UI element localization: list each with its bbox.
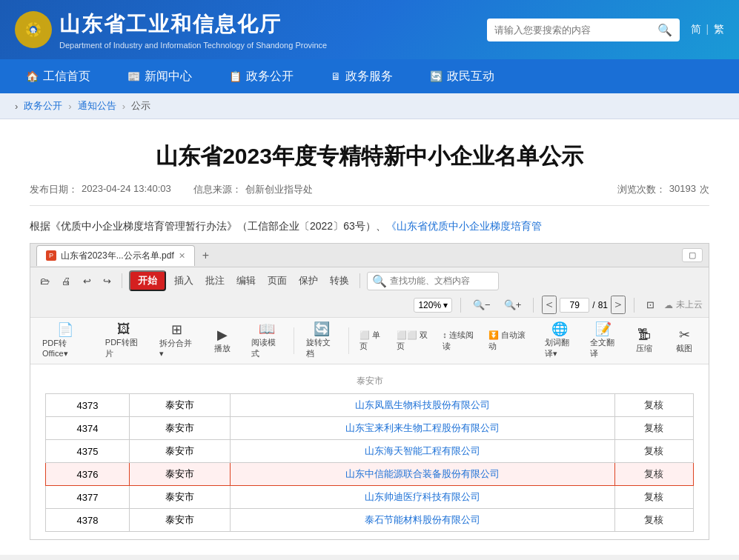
toolbar-redo[interactable]: ↪ xyxy=(99,273,115,289)
toolbar-start[interactable]: 开始 xyxy=(129,270,166,291)
toolbar-protect[interactable]: 保护 xyxy=(295,272,322,290)
toolbar-convert[interactable]: 转换 xyxy=(326,272,353,290)
nav-item-gov-service[interactable]: 🖥 政务服务 xyxy=(312,59,411,93)
nav-label-interaction: 政民互动 xyxy=(447,69,494,84)
publish-date: 2023-04-24 13:40:03 xyxy=(82,183,171,196)
toolbar-file[interactable]: 🗁 xyxy=(36,273,53,289)
nav-item-home[interactable]: 🏠 工信首页 xyxy=(7,59,109,93)
toolbar2-screenshot[interactable]: ✂ 截图 xyxy=(666,327,703,356)
toolbar-search-box[interactable]: 🔍 xyxy=(367,272,499,290)
pdf-viewer: P 山东省2023年...公示名单.pdf ✕ + ▢ 🗁 🖨 ↩ ↪ 开始 插… xyxy=(30,243,709,540)
screenshot-label: 截图 xyxy=(676,343,692,354)
toolbar-search-input[interactable] xyxy=(390,276,494,286)
row-num: 4375 xyxy=(46,440,130,463)
table-row: 4377 泰安市 山东帅迪医疗科技有限公司 复核 xyxy=(46,486,694,509)
row-city: 泰安市 xyxy=(130,394,231,417)
compress-icon: 🗜 xyxy=(637,328,651,341)
breadcrumb-notice[interactable]: 通知公告 xyxy=(78,99,116,113)
toolbar-zoom-in[interactable]: 🔍+ xyxy=(500,297,526,313)
search-input[interactable] xyxy=(494,24,657,36)
search-box[interactable]: 🔍 xyxy=(487,19,680,41)
toolbar-sep-5 xyxy=(634,298,634,313)
row-company[interactable]: 山东宝来利来生物工程股份有限公司 xyxy=(230,417,614,440)
site-header: 鲁 山东省工业和信息化厅 Department of Industry and … xyxy=(0,0,739,59)
page-meta: 发布日期： 2023-04-24 13:40:03 信息来源： 创新创业指导处 … xyxy=(30,183,709,196)
toolbar-zoom[interactable]: 120% ▾ xyxy=(414,298,452,313)
intro-link[interactable]: 《山东省优质中小企业梯度培育管 xyxy=(386,220,542,232)
toolbar-edit[interactable]: 编辑 xyxy=(233,272,259,290)
page-title: 山东省2023年度专精特新中小企业名单公示 xyxy=(30,141,709,172)
pdf-corner-restore[interactable]: ▢ xyxy=(682,248,703,262)
row-num: 4374 xyxy=(46,417,130,440)
toolbar-print[interactable]: 🖨 xyxy=(58,273,75,289)
pdf-tab-active[interactable]: P 山东省2023年...公示名单.pdf ✕ xyxy=(36,245,195,266)
pdf-tab-add[interactable]: + xyxy=(198,249,213,262)
publish-date-block: 发布日期： 2023-04-24 13:40:03 xyxy=(30,183,171,196)
toolbar2-play[interactable]: ▶ 播放 xyxy=(204,327,241,356)
nav-item-news[interactable]: 📰 新闻中心 xyxy=(109,59,211,93)
table-row: 4374 泰安市 山东宝来利来生物工程股份有限公司 复核 xyxy=(46,417,694,440)
split-merge-label: 拆分合并▾ xyxy=(159,338,194,359)
toolbar-zoom-out[interactable]: 🔍− xyxy=(469,297,494,313)
pdf-tab-label: 山东省2023年...公示名单.pdf xyxy=(61,250,174,262)
row-company[interactable]: 山东海天智能工程有限公司 xyxy=(230,440,614,463)
zoom-dropdown-icon[interactable]: ▾ xyxy=(443,300,448,310)
lang-traditional[interactable]: 繁 xyxy=(714,23,724,35)
toolbar-fit-page[interactable]: ⊡ xyxy=(643,297,658,313)
row-city: 泰安市 xyxy=(130,509,231,532)
toolbar2-compress[interactable]: 🗜 压缩 xyxy=(626,327,663,356)
toolbar-sep-4 xyxy=(533,298,534,313)
breadcrumb-gov-open[interactable]: 政务公开 xyxy=(24,99,62,113)
view-continuous[interactable]: ↕ 连续阅读 xyxy=(438,327,483,354)
toolbar2-read-mode[interactable]: 📖 阅读模式 xyxy=(245,321,288,361)
gov-open-icon: 📋 xyxy=(229,70,242,82)
pdf-tab-bar: P 山东省2023年...公示名单.pdf ✕ + ▢ xyxy=(30,244,709,267)
source-block: 信息来源： 创新创业指导处 xyxy=(193,183,313,196)
row-company[interactable]: 山东中信能源联合装备股份有限公司 xyxy=(230,463,614,486)
row-company[interactable]: 山东帅迪医疗科技有限公司 xyxy=(230,486,614,509)
play-icon: ▶ xyxy=(217,328,228,341)
lang-simple[interactable]: 简 xyxy=(691,23,701,35)
page-prev[interactable]: ＜ xyxy=(542,296,557,314)
toolbar-page[interactable]: 页面 xyxy=(264,272,291,290)
nav-item-gov-open[interactable]: 📋 政务公开 xyxy=(211,59,312,93)
nav-label-gov-service: 政务服务 xyxy=(345,69,393,84)
toolbar-annotate[interactable]: 批注 xyxy=(202,272,228,290)
toolbar2-translate[interactable]: 🌐 划词翻译▾ xyxy=(539,321,581,361)
row-company[interactable]: 泰石节能材料股份有限公司 xyxy=(230,509,614,532)
search-icon[interactable]: 🔍 xyxy=(657,23,672,37)
view-double[interactable]: ⬜⬜ 双页 xyxy=(392,327,437,354)
toolbar-undo[interactable]: ↩ xyxy=(79,273,95,289)
cloud-label: 未上云 xyxy=(676,299,703,311)
row-status: 复核 xyxy=(614,440,693,463)
pdf-table-header: 泰安市 xyxy=(45,372,694,393)
translate-label: 划词翻译▾ xyxy=(545,337,575,359)
toolbar-insert[interactable]: 插入 xyxy=(170,272,197,290)
screenshot-icon: ✂ xyxy=(679,328,690,341)
publish-label: 发布日期： xyxy=(30,183,78,196)
toolbar2-right: 🌐 划词翻译▾ 📝 全文翻译 🗜 压缩 ✂ 截图 xyxy=(539,321,703,361)
zoom-value: 120% xyxy=(418,300,441,310)
toolbar2-pdf-img[interactable]: 🖼 PDF转图片 xyxy=(99,321,149,361)
toolbar2-pdf-office[interactable]: 📄 PDF转Office▾ xyxy=(36,321,95,360)
views-unit: 次 xyxy=(700,183,709,196)
pdf-tab-close[interactable]: ✕ xyxy=(179,251,185,261)
row-status: 复核 xyxy=(614,486,693,509)
page-input[interactable] xyxy=(560,298,589,313)
nav-item-interaction[interactable]: 🔄 政民互动 xyxy=(411,59,513,93)
view-single[interactable]: ⬜ 单页 xyxy=(355,327,391,354)
gov-service-icon: 🖥 xyxy=(331,70,341,82)
view-auto-scroll[interactable]: ⏬ 自动滚动 xyxy=(484,327,534,354)
toolbar2-full-translate[interactable]: 📝 全文翻译 xyxy=(584,321,623,361)
page-next[interactable]: ＞ xyxy=(611,296,626,314)
toolbar2-rotate[interactable]: 🔄 旋转文档 xyxy=(300,321,342,361)
row-status: 复核 xyxy=(614,394,693,417)
row-num: 4377 xyxy=(46,486,130,509)
nav-bar: 🏠 工信首页 📰 新闻中心 📋 政务公开 🖥 政务服务 🔄 政民互动 xyxy=(0,59,739,93)
nav-label-news: 新闻中心 xyxy=(145,69,192,84)
header-right: 🔍 简 | 繁 xyxy=(487,19,724,41)
nav-label-gov-open: 政务公开 xyxy=(246,69,294,84)
read-mode-label: 阅读模式 xyxy=(251,337,282,359)
row-company[interactable]: 山东凤凰生物科技股份有限公司 xyxy=(230,394,614,417)
toolbar2-split-merge[interactable]: ⊞ 拆分合并▾ xyxy=(153,321,200,360)
